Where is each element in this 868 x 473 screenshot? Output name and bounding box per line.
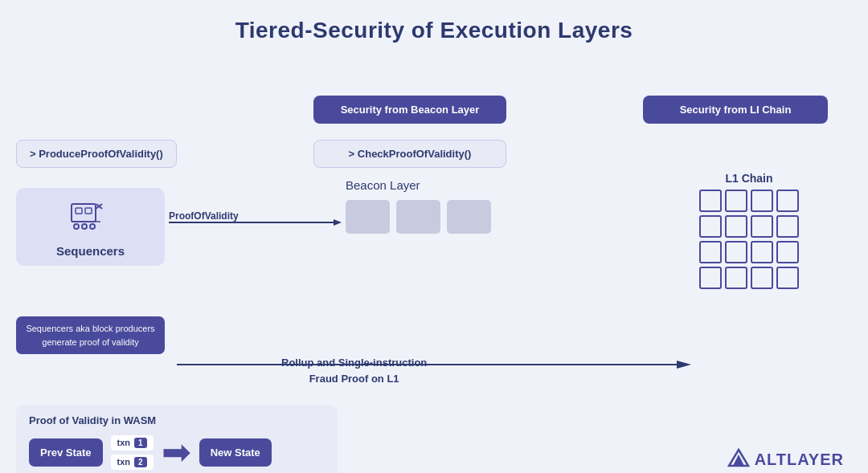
page-title: Tiered-Security of Execution Layers [0, 0, 868, 43]
sequencer-note: Sequencers aka block producers generate … [16, 316, 165, 354]
l1-cell [699, 215, 722, 238]
altlayer-icon [727, 448, 750, 471]
l1-cell [776, 215, 799, 238]
sequencer-area: Sequencers [16, 188, 165, 266]
svg-point-3 [74, 224, 79, 229]
wasm-row: Prev State txn 1 txn 2 ➡ New State [29, 434, 325, 470]
l1-cell [776, 241, 799, 263]
sequencer-icon [65, 198, 117, 239]
svg-point-5 [90, 224, 95, 229]
svg-point-4 [82, 224, 87, 229]
check-proof-box: > CheckProofOfValidity() [313, 140, 506, 168]
big-arrow-icon: ➡ [162, 434, 191, 470]
svg-rect-1 [76, 208, 82, 214]
l1-cell [751, 241, 773, 263]
txn-item-2: txn 2 [111, 455, 154, 470]
content-area: Security from Beacon Layer Security from… [0, 51, 868, 473]
l1-cell [751, 215, 773, 238]
new-state-button[interactable]: New State [199, 438, 272, 467]
svg-rect-2 [85, 208, 92, 214]
l1-cell [725, 241, 747, 263]
rollup-arrow [177, 358, 691, 371]
block-2 [396, 200, 440, 234]
prev-state-button[interactable]: Prev State [29, 438, 103, 467]
l1-cell [751, 267, 773, 289]
beacon-security-badge: Security from Beacon Layer [313, 96, 506, 124]
l1-cell [725, 190, 747, 212]
txn-column: txn 1 txn 2 [111, 435, 154, 470]
svg-marker-12 [677, 361, 691, 369]
l1-cell [751, 190, 773, 212]
block-1 [346, 200, 390, 234]
txn-item-1: txn 1 [111, 435, 154, 451]
block-3 [447, 200, 491, 234]
l1-cell [699, 267, 722, 289]
beacon-layer-label: Beacon Layer [346, 178, 420, 192]
wasm-area: Proof of Validity in WASM Prev State txn… [16, 405, 338, 473]
svg-marker-10 [334, 219, 342, 226]
l1-grid [699, 190, 799, 289]
l1-chain-area: L1 Chain [699, 172, 799, 289]
txn-num-1: 1 [134, 438, 147, 448]
l1-cell [725, 215, 747, 238]
altlayer-text: ALTLAYER [755, 451, 844, 469]
l1-cell [699, 190, 722, 212]
l1-security-badge: Security from LI Chain [643, 96, 828, 124]
l1-cell [776, 267, 799, 289]
wasm-title: Proof of Validity in WASM [29, 414, 325, 426]
proof-arrow [169, 218, 342, 227]
l1-cell [776, 190, 799, 212]
beacon-blocks [346, 200, 491, 234]
altlayer-logo: ALTLAYER [727, 448, 844, 471]
l1-cell [699, 241, 722, 263]
produce-proof-box: > ProduceProofOfValidity() [16, 140, 177, 168]
l1-chain-label: L1 Chain [725, 172, 772, 185]
l1-cell [725, 267, 747, 289]
txn-num-2: 2 [134, 457, 147, 467]
alt-text-layer: LAYER [787, 451, 844, 468]
sequencer-label: Sequencers [56, 244, 125, 258]
alt-text-alt: ALT [755, 451, 787, 468]
